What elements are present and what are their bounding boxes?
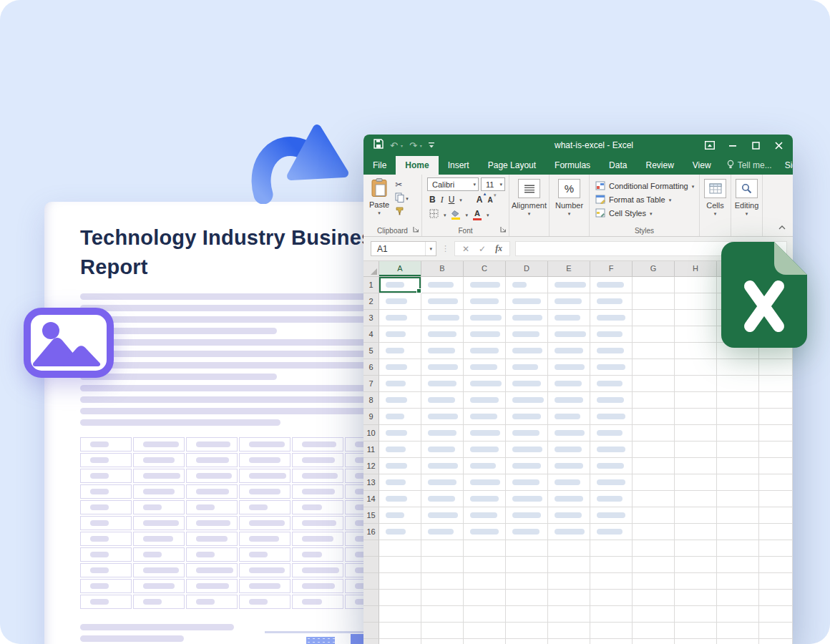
cell-C14[interactable] [464, 491, 506, 507]
cell-D13[interactable] [506, 474, 548, 491]
cell-H5[interactable] [675, 343, 717, 359]
cell-F17[interactable] [590, 540, 633, 557]
cell-F10[interactable] [590, 425, 633, 441]
row-header-11[interactable]: 11 [363, 441, 379, 458]
cell-C18[interactable] [464, 557, 506, 573]
cell-I22[interactable] [717, 623, 759, 639]
column-header-G[interactable]: G [633, 261, 675, 277]
cell-G16[interactable] [633, 524, 675, 540]
cell-B4[interactable] [421, 326, 464, 343]
cell-J22[interactable] [759, 623, 793, 639]
tab-insert[interactable]: Insert [439, 156, 479, 175]
cell-B9[interactable] [421, 409, 464, 425]
cell-F5[interactable] [590, 343, 633, 359]
cell-D18[interactable] [506, 557, 548, 573]
column-header-A[interactable]: A [379, 261, 421, 277]
cell-F15[interactable] [590, 507, 633, 524]
cell-D12[interactable] [506, 458, 548, 474]
cell-F1[interactable] [590, 277, 633, 293]
cell-E10[interactable] [548, 425, 590, 441]
cell-A19[interactable] [379, 573, 421, 590]
cell-C21[interactable] [464, 606, 506, 623]
cell-C3[interactable] [464, 310, 506, 326]
cell-F12[interactable] [590, 458, 633, 474]
cell-D21[interactable] [506, 606, 548, 623]
cell-E3[interactable] [548, 310, 590, 326]
cell-F7[interactable] [590, 376, 633, 392]
cell-E17[interactable] [548, 540, 590, 557]
cell-J8[interactable] [759, 392, 793, 409]
cell-F14[interactable] [590, 491, 633, 507]
cell-D4[interactable] [506, 326, 548, 343]
cell-I23[interactable] [717, 639, 759, 644]
cell-H1[interactable] [675, 277, 717, 293]
cell-G14[interactable] [633, 491, 675, 507]
cell-D9[interactable] [506, 409, 548, 425]
fill-color-button[interactable] [451, 210, 461, 220]
cell-G18[interactable] [633, 557, 675, 573]
underline-dropdown-icon[interactable]: ▾ [459, 197, 462, 203]
cell-D17[interactable] [506, 540, 548, 557]
cell-H6[interactable] [675, 359, 717, 376]
cell-D23[interactable] [506, 639, 548, 644]
cell-G1[interactable] [633, 277, 675, 293]
alignment-button[interactable]: Alignment ▾ [509, 175, 549, 236]
row-header-4[interactable]: 4 [363, 326, 379, 343]
cell-A18[interactable] [379, 557, 421, 573]
select-all-corner[interactable] [363, 261, 379, 277]
row-header-13[interactable]: 13 [363, 474, 379, 491]
row-header-1[interactable]: 1 [363, 277, 379, 293]
cell-G23[interactable] [633, 639, 675, 644]
cell-A22[interactable] [379, 623, 421, 639]
row-header-16[interactable]: 16 [363, 524, 379, 540]
cell-I21[interactable] [717, 606, 759, 623]
close-icon[interactable] [767, 135, 790, 156]
font-color-button[interactable]: A [473, 210, 482, 220]
row-header[interactable] [363, 623, 379, 639]
cell-I15[interactable] [717, 507, 759, 524]
cell-J12[interactable] [759, 458, 793, 474]
cell-D16[interactable] [506, 524, 548, 540]
redo-dropdown-icon[interactable]: ▾ [420, 143, 422, 148]
cell-F22[interactable] [590, 623, 633, 639]
tab-file[interactable]: File [363, 156, 396, 175]
cell-G6[interactable] [633, 359, 675, 376]
cell-C22[interactable] [464, 623, 506, 639]
row-header[interactable] [363, 639, 379, 644]
maximize-icon[interactable] [744, 135, 767, 156]
cell-B11[interactable] [421, 441, 464, 458]
cell-D3[interactable] [506, 310, 548, 326]
cell-J21[interactable] [759, 606, 793, 623]
cell-G4[interactable] [633, 326, 675, 343]
cell-B21[interactable] [421, 606, 464, 623]
cell-D20[interactable] [506, 590, 548, 606]
cell-E13[interactable] [548, 474, 590, 491]
cell-J16[interactable] [759, 524, 793, 540]
undo-dropdown-icon[interactable]: ▾ [401, 143, 403, 148]
cell-B18[interactable] [421, 557, 464, 573]
cell-A6[interactable] [379, 359, 421, 376]
cell-A3[interactable] [379, 310, 421, 326]
cell-G8[interactable] [633, 392, 675, 409]
cell-B22[interactable] [421, 623, 464, 639]
cell-F16[interactable] [590, 524, 633, 540]
sign-in-button[interactable]: Sign in [778, 156, 793, 175]
cell-B6[interactable] [421, 359, 464, 376]
cell-G22[interactable] [633, 623, 675, 639]
cell-D22[interactable] [506, 623, 548, 639]
cell-F11[interactable] [590, 441, 633, 458]
cell-I18[interactable] [717, 557, 759, 573]
save-icon[interactable] [374, 139, 384, 152]
cell-D1[interactable] [506, 277, 548, 293]
cell-E1[interactable] [548, 277, 590, 293]
cell-C6[interactable] [464, 359, 506, 376]
cell-F18[interactable] [590, 557, 633, 573]
cell-B5[interactable] [421, 343, 464, 359]
cell-A21[interactable] [379, 606, 421, 623]
cell-C9[interactable] [464, 409, 506, 425]
cell-A23[interactable] [379, 639, 421, 644]
cell-B23[interactable] [421, 639, 464, 644]
cell-I11[interactable] [717, 441, 759, 458]
font-name-select[interactable]: Calibri ▾ [427, 177, 479, 191]
cell-G2[interactable] [633, 293, 675, 310]
